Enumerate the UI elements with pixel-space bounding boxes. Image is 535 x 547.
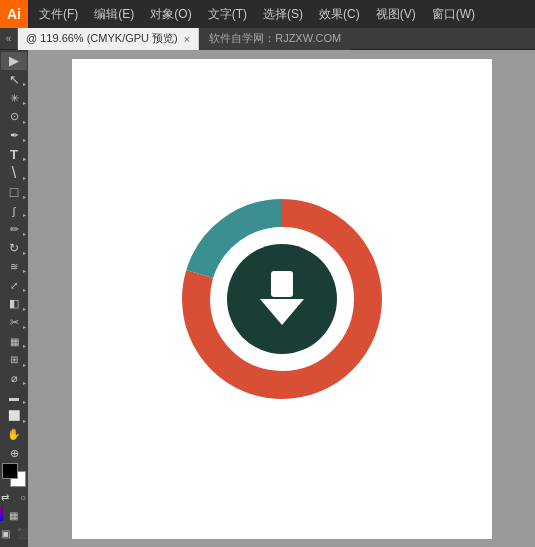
fill-stroke-controls: ⇄ ○: [0, 489, 28, 505]
magic-wand-tool-btn[interactable]: ✳▸: [1, 89, 27, 107]
menu-object[interactable]: 对象(O): [143, 4, 198, 25]
paintbrush-tool-btn[interactable]: ∫▸: [1, 202, 27, 220]
color-mode-icon[interactable]: [0, 507, 3, 521]
color-section: ⇄ ○ ▦ ⊘ ▣ ⬛: [0, 463, 28, 545]
menu-view[interactable]: 视图(V): [369, 4, 423, 25]
menu-window[interactable]: 窗口(W): [425, 4, 482, 25]
foreground-color-swatch[interactable]: [2, 463, 18, 479]
title-bar: Ai 文件(F) 编辑(E) 对象(O) 文字(T) 选择(S) 效果(C) 视…: [0, 0, 535, 28]
type-tool-btn[interactable]: T▸: [1, 145, 27, 163]
canvas-area: [28, 50, 535, 547]
scissors-tool-btn[interactable]: ✂▸: [1, 314, 27, 332]
menu-effect[interactable]: 效果(C): [312, 4, 367, 25]
canvas: [72, 59, 492, 539]
donut-svg: [172, 189, 392, 409]
lasso-tool-btn[interactable]: ⊙▸: [1, 108, 27, 126]
menu-bar: 文件(F) 编辑(E) 对象(O) 文字(T) 选择(S) 效果(C) 视图(V…: [28, 4, 486, 25]
svg-rect-2: [271, 271, 293, 297]
menu-select[interactable]: 选择(S): [256, 4, 310, 25]
select-tool-btn[interactable]: ▶: [1, 52, 27, 70]
donut-chart: [172, 189, 392, 409]
warp-tool-btn[interactable]: ≋▸: [1, 258, 27, 276]
default-colors-icon[interactable]: ○: [15, 489, 28, 505]
tab-arrow[interactable]: «: [0, 28, 18, 50]
eraser-tool-btn[interactable]: ◧▸: [1, 295, 27, 313]
gradient-mode-icon[interactable]: ▦: [5, 507, 21, 523]
tab-label: @ 119.66% (CMYK/GPU 预览): [26, 31, 178, 46]
pencil-tool-btn[interactable]: ✏▸: [1, 220, 27, 238]
tab-bar: « @ 119.66% (CMYK/GPU 预览) × 软件自学网：RJZXW.…: [0, 28, 535, 50]
pen-tool-btn[interactable]: ✒▸: [1, 127, 27, 145]
scale-tool-btn[interactable]: ⤢▸: [1, 276, 27, 294]
toolbar: ▶ ↖▸ ✳▸ ⊙▸ ✒▸ T▸ \▸ □▸ ∫▸ ✏▸ ↻▸ ≋▸ ⤢▸ ◧▸…: [0, 50, 28, 547]
gradient-tool-btn[interactable]: ▦▸: [1, 332, 27, 350]
screen-mode-icons: ▣ ⬛: [0, 525, 28, 541]
artboard-tool-btn[interactable]: ⬜▸: [1, 407, 27, 425]
line-tool-btn[interactable]: \▸: [1, 164, 27, 182]
normal-screen-icon[interactable]: ▣: [0, 525, 13, 541]
active-tab[interactable]: @ 119.66% (CMYK/GPU 预览) ×: [18, 28, 199, 50]
color-swatches[interactable]: [2, 463, 26, 487]
fullscreen-icon[interactable]: ⬛: [15, 525, 28, 541]
rect-tool-btn[interactable]: □▸: [1, 183, 27, 201]
site-info: 软件自学网：RJZXW.COM: [199, 28, 351, 50]
menu-type[interactable]: 文字(T): [201, 4, 254, 25]
rotate-tool-btn[interactable]: ↻▸: [1, 239, 27, 257]
eyedropper-tool-btn[interactable]: ⌀▸: [1, 370, 27, 388]
main-area: ▶ ↖▸ ✳▸ ⊙▸ ✒▸ T▸ \▸ □▸ ∫▸ ✏▸ ↻▸ ≋▸ ⤢▸ ◧▸…: [0, 50, 535, 547]
mesh-tool-btn[interactable]: ⊞▸: [1, 351, 27, 369]
mode-icons: ▦ ⊘: [0, 507, 28, 523]
menu-file[interactable]: 文件(F): [32, 4, 85, 25]
hand-tool-btn[interactable]: ✋: [1, 426, 27, 444]
menu-edit[interactable]: 编辑(E): [87, 4, 141, 25]
ai-logo: Ai: [0, 0, 28, 28]
tab-close-button[interactable]: ×: [184, 33, 190, 45]
swap-colors-icon[interactable]: ⇄: [0, 489, 13, 505]
zoom-tool-btn[interactable]: ⊕: [1, 444, 27, 462]
barchart-tool-btn[interactable]: ▬▸: [1, 388, 27, 406]
direct-select-tool-btn[interactable]: ↖▸: [1, 71, 27, 89]
